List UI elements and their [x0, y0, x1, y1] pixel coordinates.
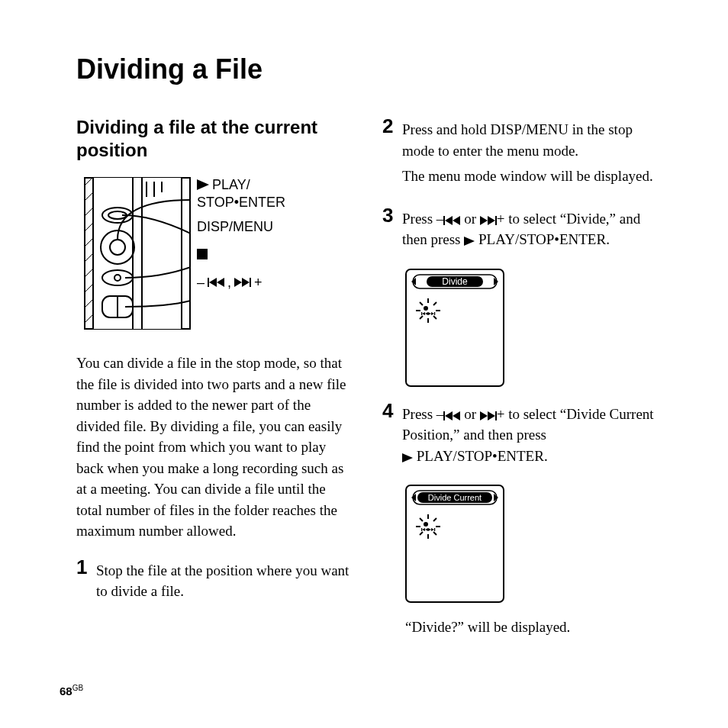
device-diagram-block: PLAY/ STOP•ENTER DISP/MENU – , — [84, 177, 355, 330]
svg-line-16 — [85, 192, 93, 200]
step-2-text-1: Press and hold DISP/MENU in the stop mod… — [402, 119, 661, 161]
svg-point-80 — [424, 522, 428, 527]
svg-marker-58 — [428, 312, 431, 315]
next-icon — [480, 411, 497, 420]
svg-rect-59 — [434, 312, 435, 315]
prev-icon — [443, 216, 460, 225]
step-4-text: Press – or + to select “Divide Current P… — [402, 404, 661, 467]
svg-rect-33 — [443, 216, 445, 225]
step-2: 2 Press and hold DISP/MENU in the stop m… — [382, 116, 661, 192]
svg-rect-27 — [208, 278, 209, 287]
callout-disp-menu-label: DISP/MENU — [197, 219, 273, 235]
svg-marker-37 — [488, 216, 495, 225]
svg-rect-26 — [197, 249, 208, 259]
svg-marker-66 — [402, 453, 413, 462]
svg-marker-35 — [453, 216, 460, 225]
device-diagram — [84, 177, 191, 330]
step-2-text-2: The menu mode window will be displayed. — [402, 166, 661, 187]
page-title: Dividing a File — [76, 53, 682, 85]
step-3-mid: or — [460, 211, 479, 227]
svg-line-24 — [85, 314, 93, 322]
step-4-mid: or — [460, 406, 479, 422]
svg-marker-25 — [197, 179, 209, 190]
closing-text: “Divide?” will be displayed. — [405, 617, 661, 638]
svg-point-53 — [424, 306, 428, 311]
svg-marker-57 — [431, 312, 434, 315]
svg-marker-64 — [488, 411, 495, 420]
step-3-number: 3 — [382, 205, 396, 255]
svg-marker-54 — [422, 312, 425, 315]
svg-rect-32 — [250, 278, 251, 287]
lcd-divide: Divide — [405, 269, 504, 387]
step-2-body: Press and hold DISP/MENU in the stop mod… — [402, 116, 661, 192]
step-1-text: Stop the file at the position where you … — [96, 560, 355, 602]
step-2-number: 2 — [382, 116, 396, 192]
seek-sep: , — [227, 275, 231, 291]
page-suffix: GB — [72, 684, 83, 692]
svg-line-77 — [433, 532, 436, 535]
step-3-text: Press – or + to select “Divide,” and the… — [402, 208, 661, 250]
screen-divide-current-label: Divide Current — [428, 493, 482, 502]
svg-line-76 — [420, 518, 423, 521]
svg-marker-62 — [453, 411, 460, 420]
page-number: 68 — [60, 685, 72, 697]
svg-marker-31 — [242, 278, 250, 287]
svg-marker-63 — [480, 411, 488, 420]
columns: Dividing a file at the current position — [76, 116, 682, 653]
diagram-callouts: PLAY/ STOP•ENTER DISP/MENU – , — [197, 177, 285, 300]
step-3-body: Press – or + to select “Divide,” and the… — [402, 205, 661, 255]
step-4-post2: PLAY/STOP•ENTER. — [413, 448, 548, 464]
step-4-number: 4 — [382, 401, 396, 472]
callout-stop — [197, 249, 285, 259]
next-icon — [480, 216, 497, 225]
svg-line-23 — [85, 299, 93, 307]
svg-line-18 — [85, 223, 93, 230]
svg-marker-36 — [480, 216, 488, 225]
step-3-pre: Press – — [402, 211, 443, 227]
screen-divide-current: Divide Current — [405, 485, 661, 606]
svg-line-50 — [433, 316, 436, 319]
step-4-pre: Press – — [402, 406, 443, 422]
play-icon — [464, 237, 475, 246]
svg-line-52 — [433, 302, 436, 305]
page-footer: 68GB — [60, 684, 83, 697]
section-subtitle: Dividing a file at the current position — [76, 116, 355, 162]
step-3: 3 Press – or + to select “Divide,” and t… — [382, 205, 661, 255]
prev-icon — [443, 411, 460, 420]
svg-marker-81 — [422, 528, 425, 531]
stop-icon — [197, 249, 208, 259]
svg-marker-29 — [217, 278, 224, 287]
svg-line-19 — [85, 238, 93, 246]
svg-line-21 — [85, 269, 93, 276]
step-4: 4 Press – or + to select “Divide Current… — [382, 401, 661, 472]
next-icon — [234, 278, 251, 287]
svg-marker-30 — [234, 278, 242, 287]
step-1-body: Stop the file at the position where you … — [96, 557, 355, 607]
intro-paragraph: You can divide a file in the stop mode, … — [76, 353, 355, 542]
svg-rect-83 — [421, 528, 422, 531]
callout-play: PLAY/ — [197, 177, 285, 193]
svg-line-51 — [420, 316, 423, 319]
callout-play-label-1: PLAY/ — [212, 177, 250, 193]
svg-line-20 — [85, 253, 93, 261]
svg-marker-84 — [431, 528, 434, 531]
callout-stop-enter-label: STOP•ENTER — [197, 195, 285, 211]
svg-marker-55 — [425, 312, 428, 315]
step-1-number: 1 — [76, 557, 90, 607]
svg-rect-86 — [434, 528, 435, 531]
step-1: 1 Stop the file at the position where yo… — [76, 557, 355, 607]
svg-marker-34 — [445, 216, 453, 225]
lcd-divide-current: Divide Current — [405, 485, 504, 603]
svg-marker-82 — [425, 528, 428, 531]
svg-rect-56 — [421, 312, 422, 315]
svg-rect-60 — [443, 411, 445, 420]
prev-icon — [208, 278, 224, 287]
svg-line-78 — [420, 532, 423, 535]
step-4-body: Press – or + to select “Divide Current P… — [402, 401, 661, 472]
svg-line-22 — [85, 284, 93, 292]
left-column: Dividing a file at the current position — [76, 116, 355, 653]
svg-marker-61 — [445, 411, 453, 420]
play-icon — [402, 453, 413, 462]
svg-marker-39 — [464, 237, 475, 246]
screen-divide: Divide — [405, 269, 661, 390]
